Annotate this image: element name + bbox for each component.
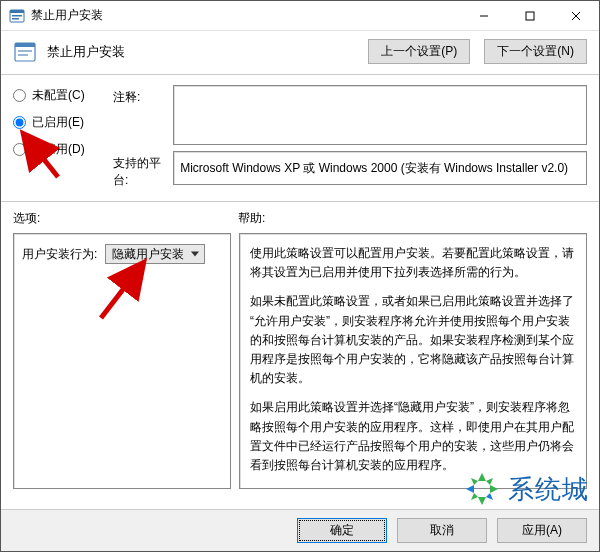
platform-field: Microsoft Windows XP 或 Windows 2000 (安装有…: [173, 151, 587, 185]
config-area: 未配置(C) 已启用(E) 已禁用(D) 注释: 支持的平台: Microsof…: [1, 77, 599, 199]
platform-label: 支持的平台:: [113, 151, 165, 189]
dialog-buttons: 确定 取消 应用(A): [1, 509, 599, 551]
user-install-behavior-combo-wrap: 隐藏用户安装: [105, 244, 205, 264]
radio-not-configured-label: 未配置(C): [32, 87, 85, 104]
radio-not-configured-input[interactable]: [13, 89, 26, 102]
titlebar: 禁止用户安装: [1, 1, 599, 31]
svg-rect-3: [12, 18, 19, 20]
svg-rect-11: [18, 54, 28, 56]
details-column: 注释: 支持的平台: Microsoft Windows XP 或 Window…: [113, 85, 587, 195]
radio-disabled[interactable]: 已禁用(D): [13, 141, 103, 158]
header: 禁止用户安装 上一个设置(P) 下一个设置(N): [1, 31, 599, 72]
cancel-button[interactable]: 取消: [397, 518, 487, 543]
comment-field[interactable]: [173, 85, 587, 145]
comment-row: 注释:: [113, 85, 587, 145]
app-icon: [9, 8, 25, 24]
radio-not-configured[interactable]: 未配置(C): [13, 87, 103, 104]
options-section-label: 选项:: [13, 210, 238, 227]
close-button[interactable]: [553, 1, 599, 30]
user-install-behavior-row: 用户安装行为: 隐藏用户安装: [22, 244, 222, 264]
svg-rect-5: [526, 12, 534, 20]
platform-row: 支持的平台: Microsoft Windows XP 或 Windows 20…: [113, 151, 587, 189]
apply-button[interactable]: 应用(A): [497, 518, 587, 543]
options-panel: 用户安装行为: 隐藏用户安装: [13, 233, 231, 489]
policy-icon: [13, 40, 37, 64]
radio-disabled-label: 已禁用(D): [32, 141, 85, 158]
radio-enabled-input[interactable]: [13, 116, 26, 129]
window-controls: [461, 1, 599, 30]
maximize-button[interactable]: [507, 1, 553, 30]
divider: [1, 201, 599, 202]
radio-enabled-label: 已启用(E): [32, 114, 84, 131]
next-setting-button[interactable]: 下一个设置(N): [484, 39, 587, 64]
section-labels: 选项: 帮助:: [1, 204, 599, 229]
annotation-arrow-icon: [89, 256, 159, 326]
user-install-behavior-select[interactable]: 隐藏用户安装: [105, 244, 205, 264]
help-paragraph: 使用此策略设置可以配置用户安装。若要配置此策略设置，请将其设置为已启用并使用下拉…: [250, 244, 576, 282]
state-radios: 未配置(C) 已启用(E) 已禁用(D): [13, 85, 103, 195]
svg-marker-15: [478, 497, 486, 505]
policy-heading: 禁止用户安装: [47, 43, 354, 61]
window-title: 禁止用户安装: [31, 7, 461, 24]
ok-button[interactable]: 确定: [297, 518, 387, 543]
comment-label: 注释:: [113, 85, 165, 106]
panels: 用户安装行为: 隐藏用户安装 使用此策略设置可以配置用户安装。若要配置此策略设置…: [1, 229, 599, 497]
user-install-behavior-label: 用户安装行为:: [22, 246, 97, 263]
help-panel: 使用此策略设置可以配置用户安装。若要配置此策略设置，请将其设置为已启用并使用下拉…: [239, 233, 587, 489]
platform-value: Microsoft Windows XP 或 Windows 2000 (安装有…: [180, 160, 568, 177]
minimize-button[interactable]: [461, 1, 507, 30]
svg-rect-9: [15, 43, 35, 47]
svg-line-13: [101, 266, 141, 318]
radio-disabled-input[interactable]: [13, 143, 26, 156]
help-paragraph: 如果未配置此策略设置，或者如果已启用此策略设置并选择了“允许用户安装”，则安装程…: [250, 292, 576, 388]
svg-rect-2: [12, 15, 22, 17]
previous-setting-button[interactable]: 上一个设置(P): [368, 39, 470, 64]
divider: [1, 74, 599, 75]
help-paragraph: 如果启用此策略设置并选择“隐藏用户安装”，则安装程序将忽略按照每个用户安装的应用…: [250, 398, 576, 475]
radio-enabled[interactable]: 已启用(E): [13, 114, 103, 131]
help-section-label: 帮助:: [238, 210, 587, 227]
svg-rect-10: [18, 50, 32, 52]
svg-rect-1: [10, 10, 24, 13]
